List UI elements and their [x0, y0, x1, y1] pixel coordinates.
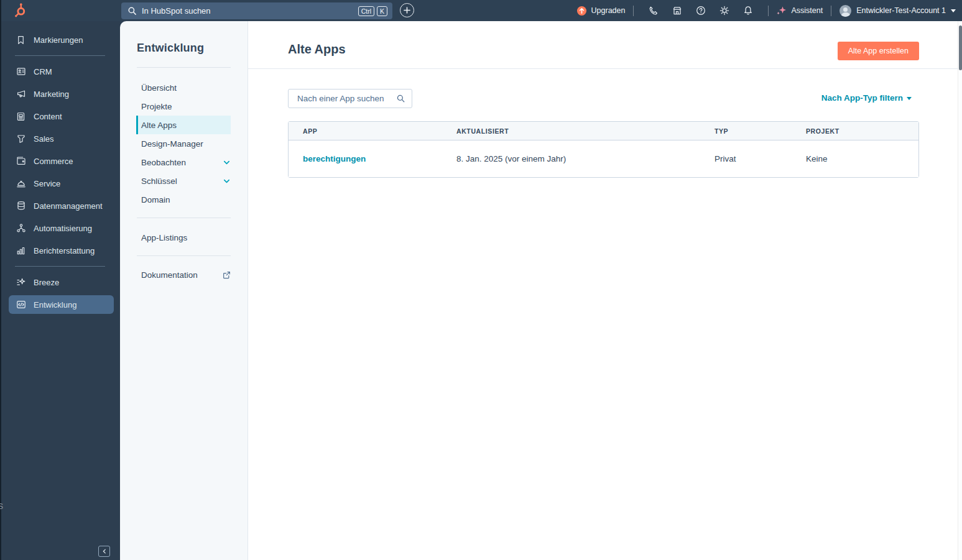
main-content: Alte Apps Alte App erstellen Nach einer …: [248, 21, 958, 560]
sidebar-item-label: Sales: [34, 134, 54, 144]
filter-by-app-type-dropdown[interactable]: Nach App-Typ filtern: [821, 93, 912, 103]
subnav-item-app-listings[interactable]: App-Listings: [136, 228, 231, 247]
sidebar-item-markierungen[interactable]: Markierungen: [9, 30, 114, 49]
notifications-button[interactable]: [736, 6, 760, 16]
app-project-cell: Keine: [806, 154, 918, 163]
upgrade-label: Upgraden: [591, 6, 626, 15]
sidebar-item-marketing[interactable]: Marketing: [9, 85, 114, 103]
subnav-item-label: Domain: [141, 195, 170, 204]
external-link-icon: [223, 271, 231, 279]
sidebar-item-berichterstattung[interactable]: Berichterstattung: [9, 241, 114, 260]
subnav-item-uebersicht[interactable]: Übersicht: [136, 78, 231, 97]
hubspot-logo[interactable]: [12, 3, 27, 18]
plus-icon: [404, 7, 410, 14]
account-menu[interactable]: Entwickler-Test-Account 1: [839, 5, 956, 17]
page-title: Alte Apps: [288, 42, 346, 57]
chevron-down-icon: [223, 177, 231, 185]
phone-icon: [649, 6, 659, 16]
topbar-divider: [633, 6, 634, 16]
subnav-title: Entwicklung: [120, 21, 247, 55]
app-search-placeholder: Nach einer App suchen: [297, 94, 396, 103]
bar-chart-icon: [16, 246, 26, 256]
chevron-down-icon: [223, 158, 231, 167]
sidebar-item-label: Berichterstattung: [34, 246, 95, 255]
code-icon: [16, 300, 26, 310]
column-header-aktualisiert: AKTUALISIERT: [456, 127, 715, 135]
sidebar-item-content[interactable]: Content: [9, 107, 114, 126]
table-row: berechtigungen 8. Jan. 2025 (vor einem J…: [289, 140, 918, 177]
subnav-item-label: Beobachten: [141, 158, 186, 167]
kbd-k: K: [377, 6, 387, 16]
app-name-link[interactable]: berechtigungen: [303, 154, 366, 163]
upgrade-button[interactable]: Upgraden: [576, 6, 626, 16]
sidebar-item-label: Datenmanagement: [34, 201, 103, 211]
table-header-row: APP AKTUALISIERT TYP PROJEKT: [289, 122, 918, 140]
subnav-item-dokumentation[interactable]: Dokumentation: [136, 265, 231, 284]
breeze-sparkle-icon: [16, 277, 26, 288]
scrollbar-thumb[interactable]: [959, 25, 962, 70]
subnav-item-schluessel[interactable]: Schlüssel: [136, 172, 231, 190]
sidebar-item-automatisierung[interactable]: Automatisierung: [9, 219, 114, 237]
document-icon: [16, 111, 26, 122]
window-edge: [0, 0, 1, 560]
sidebar-item-label: Automatisierung: [34, 224, 92, 233]
subnav-item-beobachten[interactable]: Beobachten: [136, 153, 231, 172]
bell-icon: [743, 6, 753, 16]
edge-artifact: S: [0, 502, 3, 511]
column-header-projekt: PROJEKT: [806, 127, 918, 135]
megaphone-icon: [16, 89, 26, 99]
search-icon: [127, 6, 137, 16]
create-new-button[interactable]: [400, 3, 414, 17]
chevron-left-icon: [101, 548, 108, 554]
column-header-typ: TYP: [715, 127, 806, 135]
calling-button[interactable]: [642, 6, 665, 16]
gear-icon: [719, 6, 729, 16]
topbar-divider: [768, 6, 769, 16]
subnav-divider: [137, 67, 231, 68]
bookmark-icon: [16, 35, 26, 45]
sidebar-item-breeze[interactable]: Breeze: [9, 273, 114, 291]
sidebar-divider: [15, 266, 105, 267]
database-icon: [16, 201, 26, 211]
workflow-icon: [16, 223, 26, 234]
kbd-ctrl: Ctrl: [358, 6, 374, 16]
sidebar-item-label: Content: [34, 112, 62, 121]
subnav-item-label: Übersicht: [141, 83, 177, 93]
funnel-icon: [16, 134, 26, 144]
subnav-item-label: Projekte: [141, 102, 172, 111]
subnav-item-projekte[interactable]: Projekte: [136, 97, 231, 116]
subnav-item-alte-apps[interactable]: Alte Apps: [136, 116, 231, 134]
sidebar-item-entwicklung[interactable]: Entwicklung: [9, 295, 114, 314]
sidebar-item-sales[interactable]: Sales: [9, 129, 114, 148]
marketplace-button[interactable]: [665, 6, 689, 16]
help-button[interactable]: [689, 6, 713, 16]
subnav-divider: [137, 255, 231, 256]
upgrade-icon: [576, 6, 587, 16]
sidebar-item-datenmanagement[interactable]: Datenmanagement: [9, 196, 114, 215]
collapse-sidebar-button[interactable]: [98, 546, 110, 557]
subnav-item-domain[interactable]: Domain: [136, 190, 231, 209]
sidebar-item-commerce[interactable]: Commerce: [9, 152, 114, 170]
account-label: Entwickler-Test-Account 1: [856, 6, 946, 15]
header-divider: [248, 68, 958, 69]
vertical-scrollbar[interactable]: [958, 21, 962, 560]
sidebar-item-crm[interactable]: CRM: [9, 62, 114, 81]
create-app-button[interactable]: Alte App erstellen: [838, 42, 919, 60]
sidebar-item-label: Marketing: [34, 90, 69, 99]
wallet-icon: [16, 156, 26, 167]
app-type-cell: Privat: [715, 154, 806, 163]
marketplace-icon: [672, 6, 682, 16]
help-icon: [696, 6, 706, 16]
assistant-button[interactable]: Assistent: [777, 6, 823, 16]
global-search-input[interactable]: In HubSpot suchen Ctrl K: [121, 2, 392, 19]
app-search-input[interactable]: Nach einer App suchen: [288, 89, 412, 108]
sidebar-item-label: Markierungen: [34, 35, 83, 45]
subnav-item-label: Schlüssel: [141, 177, 177, 186]
sidebar-divider: [15, 55, 105, 56]
sidebar-item-service[interactable]: Service: [9, 174, 114, 193]
subnav-item-design-manager[interactable]: Design-Manager: [136, 134, 231, 153]
app-updated-cell: 8. Jan. 2025 (vor einem Jahr): [456, 154, 715, 163]
settings-button[interactable]: [713, 6, 736, 16]
sidebar-item-label: Commerce: [34, 157, 73, 166]
sidebar-item-label: CRM: [34, 67, 52, 76]
